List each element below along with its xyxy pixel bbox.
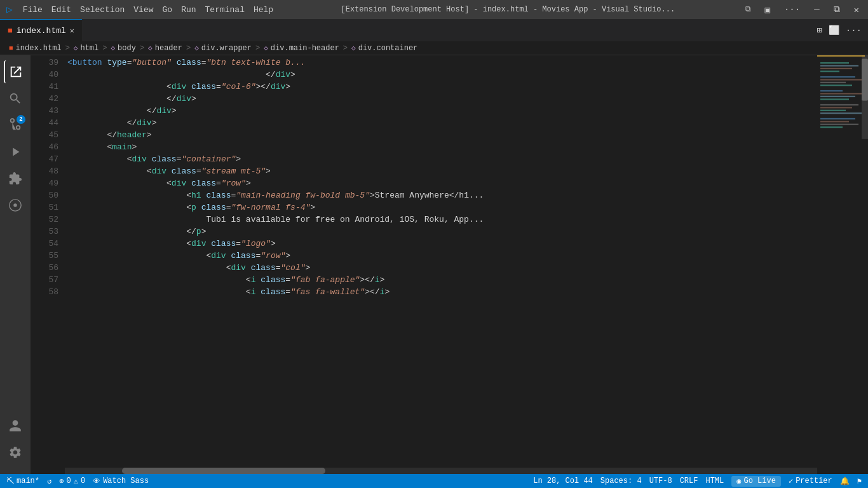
activity-run[interactable]: [4, 140, 27, 163]
activity-extensions[interactable]: [4, 167, 27, 190]
code-content[interactable]: <button type="button" class="btn text-wh…: [65, 55, 817, 474]
horizontal-scrollbar[interactable]: [65, 468, 817, 474]
close-button[interactable]: ✕: [851, 2, 862, 18]
feedback-icon: ⚑: [857, 477, 862, 486]
line-num-51: 51: [31, 201, 58, 214]
activity-explorer[interactable]: [4, 60, 27, 83]
code-line-54: <div class="logo">: [65, 238, 817, 250]
split-editor-icon[interactable]: ⊞: [817, 25, 822, 36]
more-actions-icon[interactable]: ···: [782, 2, 803, 17]
status-left: ⛏ main* ↺ ⊗ 0 ⚠ 0 👁 Watch Sass: [6, 477, 149, 486]
go-live-icon: ◉: [736, 477, 741, 486]
breadcrumb-body-icon: ◇: [111, 44, 115, 52]
spaces-label: Spaces: 4: [600, 477, 642, 485]
status-watch-sass[interactable]: 👁 Watch Sass: [93, 477, 149, 486]
restore-button[interactable]: ⧉: [831, 2, 843, 17]
status-errors[interactable]: ⊗ 0 ⚠ 0: [59, 477, 85, 486]
tab-bar: ■ index.html ✕ ⊞ ⬜ ···: [0, 19, 868, 41]
menu-terminal[interactable]: Terminal: [205, 5, 245, 15]
breadcrumb-html-icon: ◇: [74, 44, 78, 52]
breadcrumb-main-header[interactable]: div.main-header: [271, 44, 339, 53]
svg-rect-14: [820, 104, 858, 105]
svg-rect-21: [820, 126, 843, 128]
code-line-55: <div class="row">: [65, 250, 817, 262]
scrollbar-thumb[interactable]: [122, 468, 325, 474]
menu-help[interactable]: Help: [254, 5, 273, 15]
minimize-button[interactable]: —: [811, 2, 822, 17]
line-num-55: 55: [31, 250, 58, 262]
line-num-49: 49: [31, 177, 58, 189]
breadcrumb-sep-3: >: [140, 44, 144, 53]
status-eol[interactable]: CRLF: [680, 477, 698, 485]
breadcrumb-sep-1: >: [65, 44, 70, 53]
code-line-43: </div>: [65, 105, 817, 117]
status-language[interactable]: HTML: [705, 477, 724, 485]
sync-icon: ↺: [47, 477, 51, 486]
menu-view[interactable]: View: [133, 5, 153, 15]
breadcrumb-main-header-icon: ◇: [264, 44, 268, 52]
code-line-46: <main>: [65, 141, 817, 153]
tab-label: index.html: [17, 26, 66, 36]
breadcrumb-wrapper[interactable]: div.wrapper: [201, 44, 252, 53]
status-encoding[interactable]: UTF-8: [649, 477, 672, 485]
line-num-40: 40: [31, 69, 58, 81]
status-sync[interactable]: ↺: [47, 477, 51, 486]
breadcrumb-sep-5: >: [255, 44, 260, 53]
code-line-45: </header>: [65, 129, 817, 141]
status-branch[interactable]: ⛏ main*: [6, 477, 39, 486]
code-line-52: Tubi is available for free on Android, i…: [65, 214, 817, 226]
activity-search[interactable]: [4, 87, 27, 110]
status-spaces[interactable]: Spaces: 4: [600, 477, 642, 485]
status-go-live[interactable]: ◉ Go Live: [731, 476, 781, 487]
line-num-48: 48: [31, 165, 58, 177]
breadcrumb-body[interactable]: body: [118, 44, 136, 53]
tab-close-button[interactable]: ✕: [70, 26, 74, 36]
breadcrumb-container[interactable]: div.container: [358, 44, 418, 53]
html-file-icon: ■: [8, 26, 13, 36]
code-line-50: <h1 class="main-heading fw-bold mb-5">St…: [65, 189, 817, 201]
code-line-41: <div class="col-6"></div>: [65, 81, 817, 93]
prettier-icon: ✓: [789, 477, 793, 486]
breadcrumb-file-icon: ■: [9, 44, 13, 52]
layout-toggle-icon[interactable]: ⬜: [829, 25, 839, 36]
activity-source-control[interactable]: 2: [4, 114, 27, 137]
status-prettier[interactable]: ✓ Prettier: [789, 477, 832, 486]
svg-rect-19: [820, 121, 849, 122]
menu-go[interactable]: Go: [163, 5, 173, 15]
code-line-56: <div class="col">: [65, 262, 817, 274]
activity-settings[interactable]: [4, 441, 27, 464]
status-position[interactable]: Ln 28, Col 44: [533, 477, 593, 485]
menu-file[interactable]: File: [23, 5, 43, 15]
tab-right-icons: ⊞ ⬜ ···: [810, 19, 868, 41]
line-num-47: 47: [31, 153, 58, 165]
main-area: 2 39 40 41 42 43 44 45: [0, 55, 868, 474]
activity-accounts[interactable]: [4, 414, 27, 437]
menu-selection[interactable]: Selection: [80, 5, 125, 15]
minimap[interactable]: [817, 55, 868, 474]
layout-icon-1[interactable]: ⧉: [743, 3, 754, 17]
line-num-45: 45: [31, 129, 58, 141]
svg-rect-8: [820, 82, 846, 83]
breadcrumb-container-icon: ◇: [351, 44, 356, 52]
breadcrumb-file[interactable]: index.html: [16, 44, 62, 53]
menu-edit[interactable]: Edit: [51, 5, 71, 15]
position-label: Ln 28, Col 44: [533, 477, 593, 485]
breadcrumb-html[interactable]: html: [80, 44, 98, 53]
code-line-57: <i class="fab fa-apple"></i>: [65, 274, 817, 286]
code-editor[interactable]: 39 40 41 42 43 44 45 46 47 48 49 50 51 5…: [31, 55, 868, 474]
prettier-label: Prettier: [796, 477, 832, 485]
status-feedback[interactable]: ⚑: [857, 477, 862, 486]
layout-icon-2[interactable]: ▣: [763, 2, 773, 18]
menu-run[interactable]: Run: [181, 5, 196, 15]
code-line-42: </div>: [65, 93, 817, 105]
line-num-53: 53: [31, 226, 58, 238]
svg-rect-5: [820, 71, 839, 72]
error-icon: ⊗: [59, 477, 64, 486]
tab-index-html[interactable]: ■ index.html ✕: [0, 19, 82, 41]
activity-remote[interactable]: [4, 194, 27, 217]
status-notifications[interactable]: 🔔: [840, 477, 850, 486]
more-tabs-icon[interactable]: ···: [846, 25, 862, 36]
code-line-48: <div class="stream mt-5">: [65, 165, 817, 177]
breadcrumb-header[interactable]: header: [155, 44, 182, 53]
activity-bottom: [4, 414, 27, 469]
